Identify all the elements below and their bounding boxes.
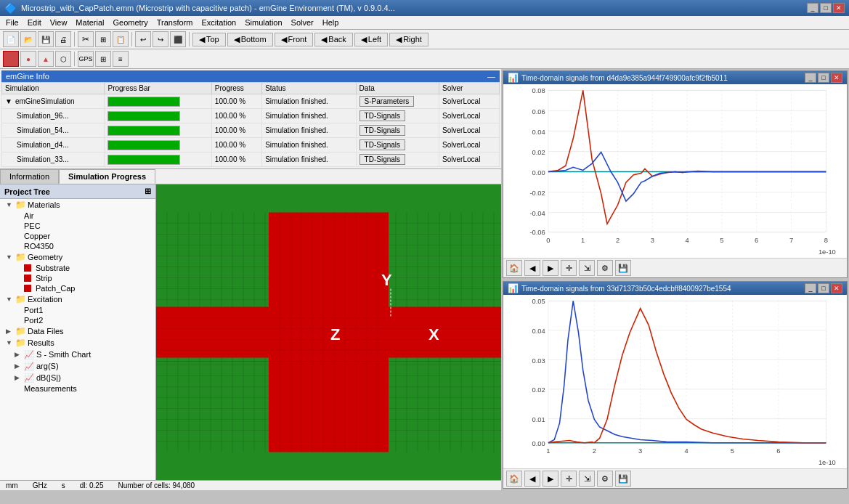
gps-button[interactable]: GPS — [78, 51, 94, 67]
geometry-viewport[interactable]: Y X Z — [156, 184, 501, 480]
tree-item-dbs[interactable]: ▶ 📈 dB(|S|) — [0, 372, 155, 383]
tree-item-smithchart[interactable]: ▶ 📈 S - Smith Chart — [0, 349, 155, 360]
tree-item-copper[interactable]: Copper — [0, 231, 155, 241]
view-bottom-button[interactable]: ◀ Bottom — [227, 33, 273, 46]
stop-button[interactable]: ⬛ — [170, 31, 186, 47]
chart1-home-btn[interactable]: 🏠 — [506, 260, 522, 276]
undo-button[interactable]: ↩ — [135, 31, 151, 47]
info-collapse[interactable]: — — [487, 72, 495, 81]
tree-item-excitation[interactable]: ▼ 📁 Excitation — [0, 293, 155, 305]
shape-poly-button[interactable]: ⬡ — [55, 51, 71, 67]
view-right-button[interactable]: ◀ Right — [389, 33, 428, 46]
redo-button[interactable]: ↪ — [153, 31, 168, 47]
chart2-back-btn[interactable]: ◀ — [524, 471, 540, 487]
tree-item-args[interactable]: ▶ 📈 arg(S) — [0, 360, 155, 372]
sim-name-3: Simulation_d4... — [2, 138, 105, 153]
sim-data-0[interactable]: S-Parameters — [356, 94, 439, 109]
menu-edit[interactable]: Edit — [23, 17, 46, 28]
chart2-maximize[interactable]: □ — [818, 283, 829, 293]
tree-item-air[interactable]: Air — [0, 211, 155, 221]
tree-label-dbs: dB(|S|) — [36, 373, 61, 382]
view-back-button[interactable]: ◀ Back — [314, 33, 352, 46]
chart1-minimize[interactable]: _ — [805, 73, 816, 83]
shape-ellipse-button[interactable]: ● — [20, 51, 36, 67]
menu-file[interactable]: File — [1, 17, 23, 28]
svg-rect-114 — [548, 301, 826, 442]
chart2-pan-btn[interactable]: ✛ — [561, 471, 577, 487]
svg-text:0.05: 0.05 — [532, 298, 545, 305]
sim-data-2[interactable]: TD-Signals — [356, 123, 439, 138]
chart1-forward-btn[interactable]: ▶ — [543, 260, 558, 276]
chart1-pan-btn[interactable]: ✛ — [561, 260, 577, 276]
minimize-button[interactable]: _ — [807, 3, 818, 13]
chart1-config-btn[interactable]: ⚙ — [597, 260, 613, 276]
sim-data-btn-3[interactable]: TD-Signals — [359, 139, 405, 150]
tree-item-results[interactable]: ▼ 📁 Results — [0, 337, 155, 349]
tree-item-patchcap[interactable]: Patch_Cap — [0, 283, 155, 293]
view-left-button[interactable]: ◀ Left — [354, 33, 388, 46]
shape-triangle-button[interactable]: ▲ — [38, 51, 54, 67]
paste-button[interactable]: 📋 — [113, 31, 129, 47]
chart2-forward-btn[interactable]: ▶ — [543, 471, 558, 487]
chart2-icon: 📊 — [508, 283, 519, 293]
svg-text:0.06: 0.06 — [532, 108, 545, 115]
menu-transform[interactable]: Transform — [153, 17, 198, 28]
chart2-config-btn[interactable]: ⚙ — [597, 471, 613, 487]
sim-data-btn-0[interactable]: S-Parameters — [359, 96, 415, 107]
chart1-save-btn[interactable]: 💾 — [615, 260, 631, 276]
menu-solver[interactable]: Solver — [287, 17, 318, 28]
tree-item-geometry[interactable]: ▼ 📁 Geometry — [0, 251, 155, 263]
new-button[interactable]: 📄 — [3, 31, 19, 47]
chart2-save-btn[interactable]: 💾 — [615, 471, 631, 487]
tree-item-substrate[interactable]: Substrate — [0, 263, 155, 273]
tree-expand-icon[interactable]: ⊞ — [145, 187, 151, 196]
sim-data-4[interactable]: TD-Signals — [356, 153, 439, 167]
tree-item-pec[interactable]: PEC — [0, 221, 155, 231]
close-button[interactable]: ✕ — [833, 3, 845, 13]
chart-window-1: 📊 Time-domain signals from d4da9e385a944… — [503, 70, 848, 278]
sim-data-3[interactable]: TD-Signals — [356, 138, 439, 153]
tree-item-datafiles[interactable]: ▶ 📁 Data Files — [0, 325, 155, 337]
shape-rect-button[interactable] — [3, 51, 19, 67]
menu-help[interactable]: Help — [318, 17, 344, 28]
tree-item-port2[interactable]: Port2 — [0, 315, 155, 325]
cut-button[interactable]: ✂ — [78, 31, 94, 47]
chart2-home-btn[interactable]: 🏠 — [506, 471, 522, 487]
grid-button[interactable]: ⊞ — [95, 51, 111, 67]
menu-geometry[interactable]: Geometry — [108, 17, 152, 28]
sim-data-btn-2[interactable]: TD-Signals — [359, 125, 405, 136]
tree-item-strip[interactable]: Strip — [0, 273, 155, 283]
tab-information[interactable]: Information — [0, 169, 59, 184]
sim-data-1[interactable]: TD-Signals — [356, 109, 439, 123]
sim-table-row-3: Simulation_d4...100.00 %Simulation finis… — [2, 138, 500, 153]
chart1-maximize[interactable]: □ — [818, 73, 829, 83]
sim-data-btn-1[interactable]: TD-Signals — [359, 110, 405, 121]
chart1-close[interactable]: ✕ — [831, 73, 842, 83]
tree-item-ro4350[interactable]: RO4350 — [0, 241, 155, 251]
tree-label-datafiles: Data Files — [28, 327, 64, 336]
chart2-close[interactable]: ✕ — [831, 283, 842, 293]
print-button[interactable]: 🖨 — [55, 31, 71, 47]
menu-material[interactable]: Material — [71, 17, 108, 28]
tree-item-materials[interactable]: ▼ 📁 Materials — [0, 199, 155, 211]
chart2-zoom-btn[interactable]: ⇲ — [579, 471, 595, 487]
expand-smithchart: ▶ — [15, 351, 22, 358]
view-front-button[interactable]: ◀ Front — [275, 33, 314, 46]
tree-item-port1[interactable]: Port1 — [0, 305, 155, 315]
copy-button[interactable]: ⊞ — [95, 31, 111, 47]
chart1-zoom-btn[interactable]: ⇲ — [579, 260, 595, 276]
view-top-button[interactable]: ◀ Top — [192, 33, 226, 46]
menu-simulation[interactable]: Simulation — [240, 17, 286, 28]
save-button[interactable]: 💾 — [38, 31, 54, 47]
tree-item-measurements[interactable]: Measurements — [0, 383, 155, 394]
tab-simulation-progress[interactable]: Simulation Progress — [59, 169, 155, 184]
sim-data-btn-4[interactable]: TD-Signals — [359, 154, 405, 165]
chart2-minimize[interactable]: _ — [805, 283, 816, 293]
menu-excitation[interactable]: Excitation — [198, 17, 241, 28]
bars-button[interactable]: ≡ — [113, 51, 129, 67]
chart1-back-btn[interactable]: ◀ — [524, 260, 540, 276]
maximize-button[interactable]: □ — [820, 3, 832, 13]
svg-text:Z: Z — [330, 325, 340, 344]
menu-view[interactable]: View — [46, 17, 72, 28]
open-button[interactable]: 📂 — [20, 31, 36, 47]
